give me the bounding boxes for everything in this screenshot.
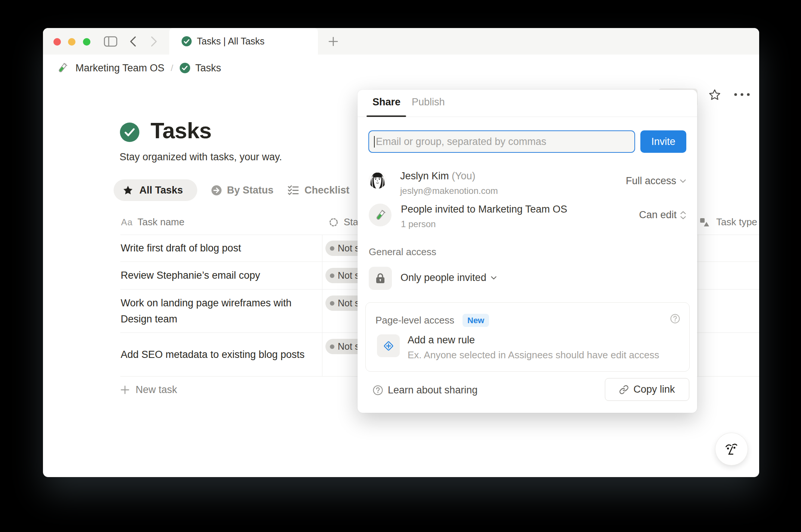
tab-title: Tasks | All Tasks [197, 36, 265, 47]
arrow-circle-icon [211, 185, 222, 195]
link-icon [619, 385, 629, 395]
help-icon [373, 385, 383, 395]
desktop-background: Tasks | All Tasks [0, 0, 801, 532]
add-rule-title: Add a new rule [408, 334, 659, 346]
invite-button[interactable]: Invite [640, 130, 686, 153]
minimize-window-button[interactable] [68, 38, 75, 46]
breadcrumb-separator: / [171, 63, 173, 73]
share-dialog-footer: Learn about sharing Copy link [358, 372, 697, 413]
new-task-label: New task [136, 384, 177, 396]
lock-tile [369, 267, 392, 290]
group-row: People invited to Marketing Team OS 1 pe… [369, 204, 686, 227]
tab-publish[interactable]: Publish [412, 96, 445, 108]
status-dot-icon [330, 344, 334, 349]
member-you-suffix: (You) [452, 170, 476, 182]
status-dot-icon [330, 273, 334, 278]
page-level-access-card: Page-level access New [365, 302, 690, 372]
help-icon[interactable] [670, 314, 680, 324]
toggle-sidebar-icon[interactable] [103, 28, 118, 55]
task-name-cell[interactable]: Work on landing page wireframes with Des… [121, 290, 316, 332]
more-options-icon[interactable] [732, 81, 752, 108]
group-name: People invited to Marketing Team OS [401, 204, 567, 215]
copy-link-label: Copy link [633, 384, 675, 395]
breadcrumb-workspace[interactable]: Marketing Team OS [75, 62, 164, 74]
view-tab-label: By Status [227, 185, 274, 196]
notion-ai-face-icon [723, 440, 740, 458]
workspace-avatar [369, 204, 392, 226]
diamond-plus-icon [382, 339, 395, 353]
test-tube-icon [56, 62, 68, 74]
general-access-label: General access [369, 246, 436, 258]
add-rule-hint: Ex. Anyone selected in Assignees should … [408, 349, 659, 361]
member-row: Jeslyn Kim (You) jeslyn@makenotion.com F… [369, 170, 686, 194]
general-access-value: Only people invited [400, 272, 486, 284]
status-dot-icon [330, 301, 334, 306]
lock-icon [375, 273, 386, 284]
zoom-window-button[interactable] [83, 38, 90, 46]
member-name: Jeslyn Kim [400, 170, 449, 182]
notion-ai-button[interactable] [715, 433, 748, 465]
new-badge: New [463, 314, 489, 327]
chevron-down-icon [680, 179, 686, 183]
general-access-row[interactable]: Only people invited [369, 267, 686, 290]
add-rule-button[interactable]: Add a new rule Ex. Anyone selected in As… [377, 334, 659, 361]
add-rule-tile [377, 334, 400, 357]
title-property-icon: Aa [121, 217, 133, 228]
task-name-cell[interactable]: Add SEO metadata to existing blog posts [121, 333, 316, 376]
page-level-access-title: Page-level access [375, 315, 454, 326]
breadcrumb: Marketing Team OS / Tasks [56, 55, 221, 81]
breadcrumb-page[interactable]: Tasks [195, 62, 221, 74]
active-tab-underline [367, 115, 406, 117]
share-dialog-tabs: Share Publish [358, 90, 697, 117]
chevron-down-icon [491, 276, 497, 280]
view-tab-label: All Tasks [139, 185, 183, 196]
share-dialog: Share Publish Invite [358, 90, 697, 413]
member-email: jeslyn@makenotion.com [400, 186, 498, 196]
view-tab-all-tasks[interactable]: All Tasks [114, 179, 197, 201]
tab-share[interactable]: Share [372, 96, 400, 108]
column-header-task-type[interactable]: Task type [716, 216, 757, 228]
task-name-cell[interactable]: Write first draft of blog post [121, 235, 316, 262]
favorite-star-icon[interactable] [708, 81, 721, 108]
page-subtitle[interactable]: Stay organized with tasks, your way. [120, 151, 282, 163]
copy-link-button[interactable]: Copy link [605, 378, 689, 401]
notion-window: Tasks | All Tasks [43, 28, 759, 477]
tab-tasks-all-tasks[interactable]: Tasks | All Tasks [169, 28, 318, 55]
forward-icon[interactable] [148, 28, 160, 55]
checklist-icon [288, 185, 299, 195]
plus-icon [121, 386, 129, 394]
chevron-up-down-icon [680, 211, 686, 219]
access-level-label: Full access [626, 175, 676, 187]
task-type-property-icon [699, 217, 710, 228]
view-tab-by-status[interactable]: By Status [211, 185, 274, 196]
star-icon [123, 185, 133, 195]
tasks-check-icon [180, 63, 190, 73]
new-tab-icon[interactable] [327, 28, 339, 55]
learn-about-sharing-link[interactable]: Learn about sharing [373, 384, 477, 396]
access-level-label: Can edit [639, 209, 677, 221]
access-dropdown-can-edit[interactable]: Can edit [639, 209, 686, 221]
avatar [369, 171, 386, 189]
close-window-button[interactable] [53, 38, 61, 46]
invite-email-input[interactable] [368, 130, 635, 153]
status-dot-icon [330, 246, 334, 251]
task-name-cell[interactable]: Review Stephanie’s email copy [121, 262, 316, 289]
text-cursor [374, 136, 375, 148]
status-property-icon [329, 217, 338, 227]
test-tube-icon [374, 209, 387, 222]
page-icon-check[interactable] [120, 123, 139, 142]
invite-row: Invite [368, 130, 686, 153]
back-icon[interactable] [127, 28, 139, 55]
group-meta: 1 person [401, 219, 567, 229]
column-header-task-name[interactable]: Task name [137, 216, 185, 228]
titlebar: Tasks | All Tasks [43, 28, 759, 55]
learn-label: Learn about sharing [388, 384, 477, 396]
tasks-check-icon [182, 36, 192, 46]
view-tabs: All Tasks By Status [114, 179, 349, 201]
access-dropdown-full-access[interactable]: Full access [626, 175, 686, 187]
page-header-bar: Marketing Team OS / Tasks Share [43, 55, 759, 81]
view-tab-checklist[interactable]: Checklist [288, 185, 349, 196]
new-task-button[interactable]: New task [121, 381, 177, 399]
page-title[interactable]: Tasks [151, 118, 211, 143]
view-tab-label: Checklist [304, 185, 349, 196]
